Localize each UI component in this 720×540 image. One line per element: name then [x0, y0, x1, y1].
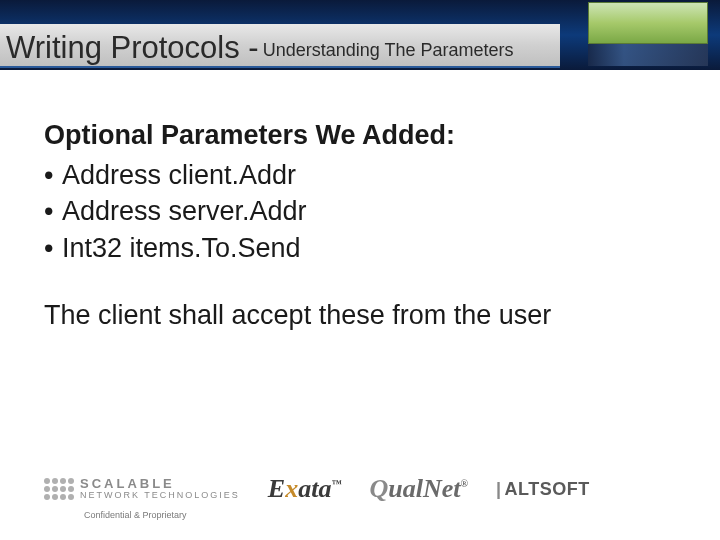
slide-header: Writing Protocols - Understanding The Pa…	[0, 0, 720, 70]
scalable-dots-icon	[44, 478, 74, 500]
logo-exata: Exata™	[268, 474, 342, 504]
slide-title-main: Writing Protocols -	[6, 30, 259, 66]
scalable-text: SCALABLE NETWORK TECHNOLOGIES	[80, 477, 240, 501]
content-heading: Optional Parameters We Added:	[44, 120, 676, 151]
list-item: Int32 items.To.Send	[44, 230, 676, 266]
slide-title-sub: Understanding The Parameters	[263, 40, 514, 61]
header-decor-reflection	[588, 44, 708, 66]
slide-footer: SCALABLE NETWORK TECHNOLOGIES Exata™ Qua…	[44, 474, 676, 520]
header-decor-green	[588, 2, 708, 44]
logo-row: SCALABLE NETWORK TECHNOLOGIES Exata™ Qua…	[44, 474, 676, 504]
list-item: Address server.Addr	[44, 193, 676, 229]
content-body: The client shall accept these from the u…	[44, 300, 676, 331]
logo-altsoft: |ALTSOFT	[496, 479, 590, 500]
title-bar: Writing Protocols - Understanding The Pa…	[0, 24, 560, 68]
bullet-list: Address client.Addr Address server.Addr …	[44, 157, 676, 266]
logo-qualnet: QualNet®	[369, 474, 468, 504]
confidential-label: Confidential & Proprietary	[84, 510, 676, 520]
slide-content: Optional Parameters We Added: Address cl…	[0, 70, 720, 331]
logo-scalable: SCALABLE NETWORK TECHNOLOGIES	[44, 477, 240, 501]
list-item: Address client.Addr	[44, 157, 676, 193]
